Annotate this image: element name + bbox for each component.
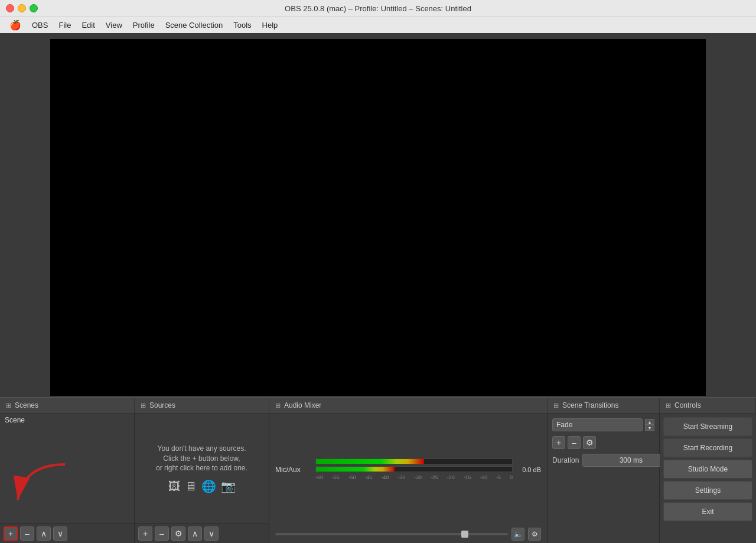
audio-mute-button[interactable]: 🔈 [511,528,524,541]
arrow-container [0,427,134,524]
menu-tools[interactable]: Tools [229,19,256,31]
duration-row: Duration ▲ ▼ [552,454,654,467]
sources-down-icon: ∨ [208,529,214,538]
scenes-add-icon: + [8,529,13,538]
sources-up-icon: ∧ [192,529,198,538]
sources-panel-header[interactable]: ⊞ Sources [135,398,269,413]
sources-settings-icon: ⚙ [175,529,183,538]
window-title: OBS 25.0.8 (mac) – Profile: Untitled – S… [285,4,471,13]
studio-mode-button[interactable]: Studio Mode [663,460,752,479]
scenes-down-icon: ∨ [57,529,63,538]
panels-content: Scene + – [0,414,756,543]
preview-area [0,33,756,397]
audiomixer-panel: Mic/Aux -60 -55 -50 -45 -40 -35 [269,414,548,543]
settings-button[interactable]: Settings [663,481,752,500]
menu-obs[interactable]: OBS [27,19,53,31]
audio-meter-fill-bottom [316,467,395,472]
controls-header-icon: ⊞ [666,402,671,409]
menu-scene-collection[interactable]: Scene Collection [161,19,228,31]
panel-headers: ⊞ Scenes ⊞ Sources ⊞ Audio Mixer ⊞ Scene… [0,397,756,414]
scenes-panel: Scene + – [0,414,135,543]
transition-add-button[interactable]: + [552,436,565,449]
audio-fader-thumb [461,531,468,538]
sources-toolbar: + – ⚙ ∧ ∨ [135,524,269,543]
close-button[interactable] [6,4,14,12]
audio-track-name: Mic/Aux [275,466,311,474]
transition-spinner-down[interactable]: ▼ [645,425,654,431]
apple-menu[interactable]: 🍎 [5,19,26,31]
minimize-button[interactable] [18,4,26,12]
transition-select[interactable]: Fade [552,418,643,431]
scenes-header-icon: ⊞ [6,402,11,409]
scenes-add-button[interactable]: + [4,526,18,541]
sources-header-label: Sources [149,401,175,409]
scenetrans-header-icon: ⊞ [553,402,559,409]
audiomixer-panel-header[interactable]: ⊞ Audio Mixer [269,398,548,413]
display-source-icon: 🖥 [185,480,197,493]
scenetrans-header-label: Scene Transitions [562,401,618,409]
title-bar: OBS 25.0.8 (mac) – Profile: Untitled – S… [0,0,756,17]
audio-meter-bottom [315,466,513,472]
audio-meter-labels: -60 -55 -50 -45 -40 -35 -30 -25 -20 -15 … [315,474,513,480]
audio-track: Mic/Aux -60 -55 -50 -45 -40 -35 [269,414,547,525]
scenes-panel-header[interactable]: ⊞ Scenes [0,398,135,413]
start-recording-button[interactable]: Start Recording [663,438,752,457]
controls-header-label: Controls [674,401,701,409]
scenetrans-panel-header[interactable]: ⊞ Scene Transitions [548,398,660,413]
transition-mini-toolbar: + – ⚙ [552,436,654,449]
image-source-icon: 🖼 [168,480,180,493]
audio-meter-fill-top [316,459,424,464]
scenes-up-icon: ∧ [41,529,47,538]
menu-help[interactable]: Help [258,19,283,31]
arrow-indicator [6,459,77,512]
transition-spinner: ▲ ▼ [645,419,654,431]
sources-header-icon: ⊞ [141,402,146,409]
preview-canvas [50,39,706,396]
sources-panel: You don't have any sources.Click the + b… [135,414,269,543]
audiomixer-header-label: Audio Mixer [284,401,321,409]
sources-empty-text: You don't have any sources.Click the + b… [156,444,247,473]
transition-remove-button[interactable]: – [568,436,581,449]
camera-source-icon: 📷 [221,479,236,493]
scene-item[interactable]: Scene [0,414,134,427]
sources-up-button[interactable]: ∧ [188,526,202,541]
traffic-lights [0,4,38,12]
sources-add-button[interactable]: + [138,526,152,541]
audio-db-value: 0.0 dB [517,466,541,473]
menu-profile[interactable]: Profile [128,19,159,31]
scenetrans-panel: Fade ▲ ▼ + – ⚙ Duration ▲ ▼ [548,414,660,543]
sources-down-button[interactable]: ∨ [204,526,219,541]
controls-panel-header[interactable]: ⊞ Controls [660,398,756,413]
scenes-up-button[interactable]: ∧ [37,526,51,541]
scenes-remove-button[interactable]: – [20,526,34,541]
maximize-button[interactable] [30,4,38,12]
menu-bar: 🍎 OBS File Edit View Profile Scene Colle… [0,17,756,33]
transition-select-row: Fade ▲ ▼ [552,418,654,431]
audio-meter-top [315,459,513,464]
browser-source-icon: 🌐 [201,479,216,493]
sources-settings-button[interactable]: ⚙ [171,526,185,541]
audiomixer-header-icon: ⊞ [275,402,281,409]
bottom-section: ⊞ Scenes ⊞ Sources ⊞ Audio Mixer ⊞ Scene… [0,397,756,543]
menu-view[interactable]: View [101,19,127,31]
sources-remove-icon: – [159,529,164,538]
audio-fader[interactable] [275,533,508,535]
sources-add-icon: + [143,529,148,538]
sources-empty-state: You don't have any sources.Click the + b… [135,414,269,524]
scenes-toolbar: + – ∧ ∨ [0,524,134,543]
sources-remove-button[interactable]: – [155,526,169,541]
scenes-remove-icon: – [25,529,30,538]
menu-edit[interactable]: Edit [77,19,99,31]
transition-settings-button[interactable]: ⚙ [583,436,596,449]
exit-button[interactable]: Exit [663,502,752,521]
controls-panel: Start Streaming Start Recording Studio M… [660,414,756,543]
scenes-down-button[interactable]: ∨ [53,526,67,541]
start-streaming-button[interactable]: Start Streaming [663,417,752,436]
menu-file[interactable]: File [54,19,76,31]
scenes-header-label: Scenes [15,401,38,409]
source-type-icons: 🖼 🖥 🌐 📷 [168,479,236,493]
audio-controls-row: 🔈 ⚙ [269,525,547,543]
transition-spinner-up[interactable]: ▲ [645,419,654,425]
audio-settings-button[interactable]: ⚙ [528,528,541,541]
audio-meter-container: -60 -55 -50 -45 -40 -35 -30 -25 -20 -15 … [315,459,513,480]
